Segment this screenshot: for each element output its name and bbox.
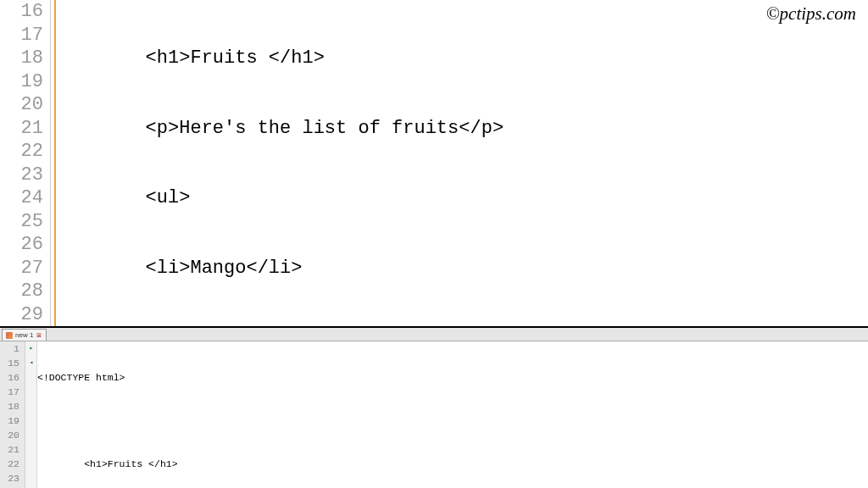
line-number: 26	[0, 233, 43, 257]
tab-bar: new 1 ⊠	[0, 328, 868, 341]
fold-open-icon[interactable]: ▸	[28, 345, 35, 352]
line-number: 20	[0, 93, 43, 117]
line-number: 25	[0, 210, 43, 234]
line-number: 19	[0, 70, 43, 94]
bottom-fold-margin: ▸ ◂	[25, 341, 37, 488]
fold-collapsed-icon[interactable]: ◂	[28, 359, 35, 366]
watermark-label: ©pctips.com	[766, 3, 856, 25]
top-code-text[interactable]: <h1>Fruits </h1> <p>Here's the list of f…	[56, 0, 868, 326]
line-number: 23	[0, 471, 19, 485]
line-number: 21	[0, 442, 19, 457]
top-line-gutter: 16 17 18 19 20 21 22 23 24 25 26 27 28 2…	[0, 0, 51, 326]
line-number: 18	[0, 399, 19, 413]
line-number: 24	[0, 186, 43, 210]
bottom-editor-pane: new 1 ⊠ 1 15 16 17 18 19 20 21 22 23 ▸ ◂…	[0, 328, 868, 488]
line-number: 22	[0, 140, 43, 164]
line-number: 21	[0, 117, 43, 141]
tab-label: new 1	[15, 331, 33, 339]
code-line[interactable]	[37, 413, 868, 428]
tab-new-1[interactable]: new 1 ⊠	[2, 329, 47, 341]
line-number: 16	[0, 0, 43, 24]
close-icon[interactable]: ⊠	[36, 332, 42, 339]
line-number: 17	[0, 385, 19, 399]
code-line[interactable]: <h1>Fruits </h1>	[56, 47, 868, 70]
line-number: 28	[0, 280, 43, 303]
bottom-code-text[interactable]: <!DOCTYPE html> <h1>Fruits </h1> <p>Here…	[37, 341, 868, 488]
file-icon	[6, 332, 13, 339]
line-number: 19	[0, 413, 19, 428]
line-number: 1	[0, 341, 19, 356]
code-line[interactable]: <li>Mango</li>	[56, 257, 868, 280]
line-number: 16	[0, 370, 19, 385]
bottom-line-gutter: 1 15 16 17 18 19 20 21 22 23	[0, 341, 25, 488]
line-number: 17	[0, 24, 43, 47]
line-number: 18	[0, 47, 43, 70]
top-editor-pane: ©pctips.com 16 17 18 19 20 21 22 23 24 2…	[0, 0, 868, 328]
code-line[interactable]: <h1>Fruits </h1>	[37, 457, 868, 471]
code-line[interactable]: <ul>	[56, 186, 868, 210]
line-number: 15	[0, 356, 19, 370]
line-number: 20	[0, 428, 19, 442]
line-number: 29	[0, 303, 43, 327]
line-number: 23	[0, 164, 43, 187]
line-number: 27	[0, 257, 43, 280]
code-line[interactable]: <li>Banana</li>	[56, 326, 868, 328]
line-number: 22	[0, 457, 19, 471]
code-line[interactable]: <p>Here's the list of fruits</p>	[56, 117, 868, 141]
code-line[interactable]: <!DOCTYPE html>	[37, 370, 868, 385]
